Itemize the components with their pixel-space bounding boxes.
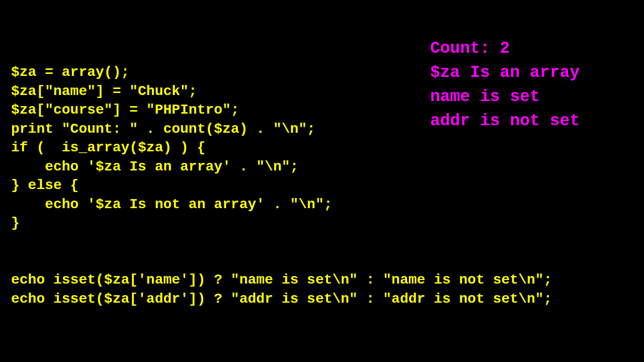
program-output: Count: 2 $za Is an array name is set add… <box>430 37 580 133</box>
php-code-lower: echo isset($za['name']) ? "name is set\n… <box>11 270 552 308</box>
php-code-upper: $za = array(); $za["name"] = "Chuck"; $z… <box>11 63 333 233</box>
